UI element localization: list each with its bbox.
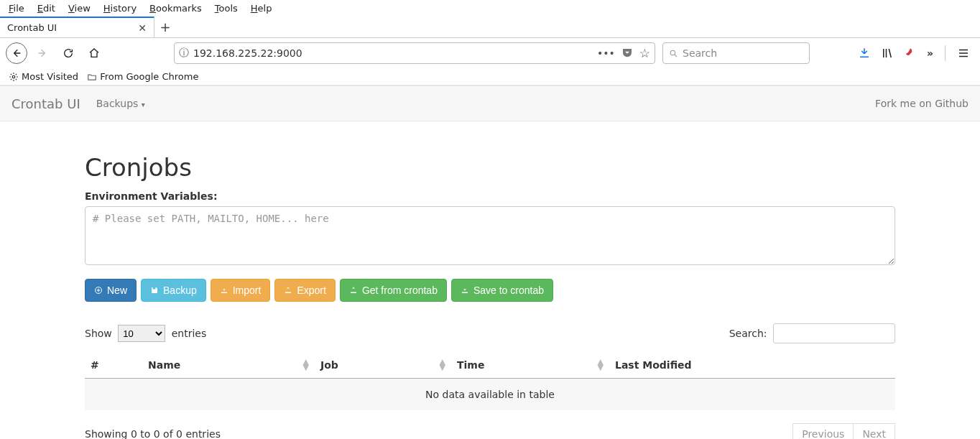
new-tab-button[interactable]: + <box>154 17 176 37</box>
datatable-pager: Previous Next <box>792 423 895 439</box>
new-button-label: New <box>107 285 127 296</box>
toolbar-right-icons: » <box>858 45 974 61</box>
get-from-crontab-button[interactable]: Get from crontab <box>340 279 447 302</box>
home-button[interactable] <box>83 42 105 64</box>
bookmarks-bar: Most Visited From Google Chrome <box>0 68 980 86</box>
tab-title: Crontab UI <box>7 22 57 33</box>
download-icon <box>461 286 469 295</box>
import-button[interactable]: Import <box>211 279 271 302</box>
menu-history[interactable]: History <box>103 3 137 14</box>
downloads-icon[interactable] <box>858 47 871 60</box>
save-icon <box>150 286 159 295</box>
datatable-info: Showing 0 to 0 of 0 entries <box>85 428 221 439</box>
download-icon <box>220 286 228 295</box>
url-text: 192.168.225.22:9000 <box>193 47 597 59</box>
datatable-search: Search: <box>729 323 895 343</box>
export-button[interactable]: Export <box>274 279 335 302</box>
bookmark-from-chrome[interactable]: From Google Chrome <box>87 71 198 82</box>
col-name[interactable]: Name▲▼ <box>142 352 315 379</box>
save-button-label: Save to crontab <box>473 285 544 296</box>
svg-point-1 <box>12 75 15 78</box>
datatable-controls-top: Show 10 entries Search: <box>85 323 895 343</box>
length-select[interactable]: 10 <box>118 325 165 342</box>
hamburger-menu-icon[interactable] <box>957 47 970 60</box>
pager-previous[interactable]: Previous <box>792 423 854 439</box>
menu-bookmarks[interactable]: Bookmarks <box>149 3 202 14</box>
browser-search-placeholder: Search <box>683 47 717 59</box>
col-label: # <box>91 359 99 371</box>
browser-menubar: File Edit View History Bookmarks Tools H… <box>0 0 980 17</box>
bookmark-star-icon[interactable]: ☆ <box>639 46 650 60</box>
bookmark-most-visited[interactable]: Most Visited <box>9 71 78 82</box>
new-button[interactable]: New <box>85 279 137 302</box>
entries-label: entries <box>172 328 207 339</box>
col-time[interactable]: Time▲▼ <box>451 352 609 379</box>
backup-button[interactable]: Backup <box>141 279 206 302</box>
toolbar-separator <box>945 45 946 61</box>
arrow-right-icon <box>37 47 48 59</box>
pager-next[interactable]: Next <box>854 423 895 439</box>
app-brand[interactable]: Crontab UI <box>11 96 80 111</box>
col-job[interactable]: Job▲▼ <box>315 352 451 379</box>
folder-icon <box>87 72 97 82</box>
back-button[interactable] <box>6 42 27 64</box>
env-var-label: Environment Variables: <box>85 190 895 202</box>
site-info-icon[interactable]: ⓘ <box>179 47 189 60</box>
action-button-row: New Backup Import Export Get from cronta… <box>85 279 895 302</box>
sort-icon: ▲▼ <box>303 359 309 371</box>
sort-icon: ▲▼ <box>598 359 604 371</box>
search-icon <box>669 49 678 58</box>
table-empty-row: No data available in table <box>85 379 895 411</box>
browser-tabstrip: Crontab UI ✕ + <box>0 17 980 38</box>
menu-edit[interactable]: Edit <box>37 3 55 14</box>
fork-github-link[interactable]: Fork me on Github <box>875 98 969 109</box>
save-to-crontab-button[interactable]: Save to crontab <box>451 279 553 302</box>
cronjobs-table: # Name▲▼ Job▲▼ Time▲▼ Last Modified No d… <box>85 352 895 410</box>
show-label: Show <box>85 328 112 339</box>
overflow-icon[interactable]: » <box>927 47 933 59</box>
col-number[interactable]: # <box>85 352 142 379</box>
plus-circle-icon <box>94 286 103 295</box>
col-label: Time <box>457 359 484 371</box>
browser-search-bar[interactable]: Search <box>662 42 810 64</box>
app-navbar: Crontab UI Backups ▾ Fork me on Github <box>0 86 980 121</box>
menu-help[interactable]: Help <box>251 3 272 14</box>
env-var-textarea[interactable] <box>85 206 895 265</box>
col-label: Name <box>148 359 180 371</box>
reload-icon <box>63 47 74 59</box>
home-icon <box>88 47 100 59</box>
col-last-modified[interactable]: Last Modified <box>609 352 895 379</box>
datatable-controls-bottom: Showing 0 to 0 of 0 entries Previous Nex… <box>85 423 895 439</box>
library-icon[interactable] <box>881 47 894 60</box>
page-actions-icon[interactable]: ••• <box>597 47 615 59</box>
arrow-left-icon <box>11 47 22 59</box>
extension-icon[interactable] <box>904 47 917 60</box>
menu-view[interactable]: View <box>68 3 91 14</box>
sort-icon: ▲▼ <box>440 359 445 371</box>
get-button-label: Get from crontab <box>362 285 438 296</box>
datatable-length: Show 10 entries <box>85 325 206 342</box>
backups-label: Backups <box>96 98 139 109</box>
bookmark-label: Most Visited <box>22 71 78 82</box>
upload-icon <box>349 286 358 295</box>
main-container: Cronjobs Environment Variables: New Back… <box>73 153 907 439</box>
page-title: Cronjobs <box>85 153 895 182</box>
pocket-icon[interactable] <box>621 47 634 60</box>
backups-dropdown[interactable]: Backups ▾ <box>96 98 145 109</box>
col-label: Last Modified <box>615 359 692 371</box>
close-tab-icon[interactable]: ✕ <box>138 22 147 34</box>
backup-button-label: Backup <box>163 285 197 296</box>
upload-icon <box>284 286 292 295</box>
browser-tab-active[interactable]: Crontab UI ✕ <box>0 17 154 37</box>
datatable-search-input[interactable] <box>773 323 895 343</box>
caret-down-icon: ▾ <box>142 101 145 108</box>
table-empty-message: No data available in table <box>85 379 895 411</box>
import-button-label: Import <box>233 285 262 296</box>
url-bar[interactable]: ⓘ 192.168.225.22:9000 ••• ☆ <box>174 42 655 64</box>
export-button-label: Export <box>297 285 325 296</box>
svg-point-0 <box>670 50 675 55</box>
browser-toolbar: ⓘ 192.168.225.22:9000 ••• ☆ Search » <box>0 38 980 68</box>
menu-tools[interactable]: Tools <box>215 3 238 14</box>
reload-button[interactable] <box>57 42 79 64</box>
menu-file[interactable]: File <box>9 3 24 14</box>
